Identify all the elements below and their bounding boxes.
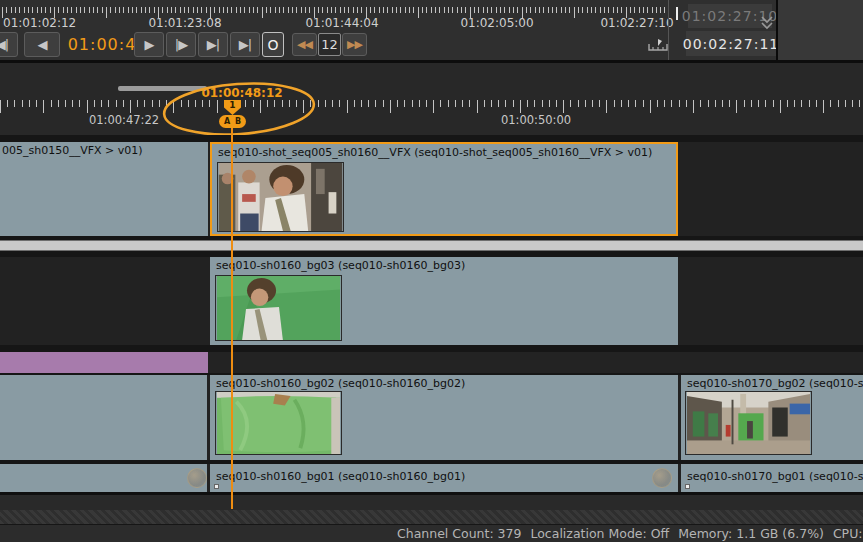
clip-label: seq010-sh0160_bg02 (seq010-sh0160_bg02) xyxy=(216,377,465,390)
horizontal-scrollbar[interactable] xyxy=(0,510,863,524)
step-back-icon: ◀| xyxy=(0,37,8,52)
clip-left-bg01[interactable] xyxy=(0,464,207,492)
clip-thumbnail xyxy=(217,162,344,232)
timeline-footer-area xyxy=(0,492,863,510)
status-bar: Channel Count: 379 Localization Mode: Of… xyxy=(0,524,863,542)
next-edit-button[interactable]: ▶| xyxy=(198,32,228,57)
top-bar: 01:01:02:12 01:01:23:08 01:01:44:04 01:0… xyxy=(0,0,863,60)
clip-label: seq010-sh0160_bg03 (seq010-sh0160_bg03) xyxy=(216,259,465,272)
frame-increment-field[interactable]: 12 xyxy=(318,33,341,56)
clip-label: seq010-shot_seq005_sh0160__VFX (seq010-s… xyxy=(218,146,652,159)
goto-end-button[interactable]: ▶| xyxy=(230,32,260,57)
overview-tick-label: 01:01:44:04 xyxy=(305,16,378,30)
view-range-bar[interactable] xyxy=(118,86,207,91)
nudge-forward-button[interactable]: ▶▶ xyxy=(342,33,367,56)
overview-tick-label: 01:02:27:10 xyxy=(600,16,673,30)
loop-mode-label: O xyxy=(267,37,278,53)
play-button[interactable]: ▶ xyxy=(134,32,164,57)
clip-label: 005_sh0150__VFX > v01) xyxy=(2,144,143,157)
clip-sh0160-vfx-selected[interactable]: seq010-shot_seq005_sh0160__VFX (seq010-s… xyxy=(210,142,678,236)
status-cpu: CPU: 102.1% xyxy=(833,526,863,541)
clip-thumbnail xyxy=(215,275,342,341)
in-marker-label: A xyxy=(224,117,230,126)
status-channel-count: Channel Count: 379 xyxy=(397,526,521,541)
next-edit-icon: ▶| xyxy=(207,37,219,52)
status-memory: Memory: 1.1 GB (6.7%) xyxy=(678,526,824,541)
ruler-tick-label: 01:00:50:00 xyxy=(501,113,571,127)
timeline-ruler[interactable] xyxy=(0,100,863,113)
separator xyxy=(0,135,863,142)
step-back-button[interactable]: ◀| xyxy=(0,32,18,57)
clip-label: seq010-sh0170_bg01 (seq010-sh01 xyxy=(687,470,863,483)
video-track-v2: seq010-sh0160_bg02 (seq010-sh0160_bg02) … xyxy=(0,375,863,460)
clip-left-bg02[interactable] xyxy=(0,375,207,460)
globe-icon xyxy=(187,468,207,488)
overview-tick-label: 01:01:02:12 xyxy=(3,16,76,30)
out-marker-label: B xyxy=(235,117,241,126)
overview-tick-label: 01:01:23:08 xyxy=(148,16,221,30)
clip-purple-collapsed[interactable] xyxy=(0,352,208,373)
nudge-back-icon: ◀◀ xyxy=(297,38,312,51)
clip-badge-icon xyxy=(214,484,219,489)
clip-sh0150-vfx[interactable]: 005_sh0150__VFX > v01) xyxy=(0,142,208,236)
nudge-forward-icon: ▶▶ xyxy=(347,38,362,51)
clip-badge-icon xyxy=(685,484,690,489)
ruler-tick-label: 01:00:47:22 xyxy=(89,113,159,127)
top-empty-area xyxy=(778,0,863,60)
video-track-v1: seq010-sh0160_bg01 (seq010-sh0160_bg01) … xyxy=(0,464,863,492)
playhead-timecode-label: 01:00:48:12 xyxy=(201,86,282,100)
clip-sh0160-bg03[interactable]: seq010-sh0160_bg03 (seq010-sh0160_bg03) xyxy=(210,257,678,345)
play-backward-icon: ◀ xyxy=(38,37,47,52)
clip-thumbnail xyxy=(215,391,342,455)
play-backward-button[interactable]: ◀ xyxy=(24,32,60,57)
clip-sh0160-bg02[interactable]: seq010-sh0160_bg02 (seq010-sh0160_bg02) xyxy=(210,375,678,460)
duration-ruler-icon xyxy=(647,36,669,53)
overview-tick-label: 01:02:05:00 xyxy=(460,16,533,30)
play-icon: ▶ xyxy=(145,37,154,52)
in-out-marker[interactable]: A B xyxy=(219,115,246,128)
duration-timecode-field[interactable]: 00:02:27:11 xyxy=(686,31,776,56)
clip-label: seq010-sh0170_bg02 (seq010-sh01 xyxy=(687,377,863,390)
clip-label: seq010-sh0160_bg01 (seq010-sh0160_bg01) xyxy=(216,470,465,483)
play-from-in-button[interactable]: |▶ xyxy=(166,32,196,57)
clip-sh0170-bg02[interactable]: seq010-sh0170_bg02 (seq010-sh01 xyxy=(681,375,863,460)
timeline-window: 01:01:02:12 01:01:23:08 01:01:44:04 01:0… xyxy=(0,0,863,542)
clip-sh0170-bg01[interactable]: seq010-sh0170_bg01 (seq010-sh01 xyxy=(681,464,863,492)
clip-thumbnail xyxy=(685,391,812,455)
separator xyxy=(0,345,863,352)
video-track-v3: seq010-sh0160_bg03 (seq010-sh0160_bg03) xyxy=(0,257,863,345)
playhead[interactable] xyxy=(231,128,233,509)
collapsed-track[interactable] xyxy=(0,240,863,251)
loop-mode-button[interactable]: O xyxy=(262,32,284,57)
globe-icon xyxy=(652,468,672,488)
nudge-back-button[interactable]: ◀◀ xyxy=(292,33,317,56)
status-localization-mode: Localization Mode: Off xyxy=(530,526,669,541)
video-track-v4: 005_sh0150__VFX > v01) seq010-shot_seq00… xyxy=(0,142,863,236)
goto-end-icon: ▶| xyxy=(239,37,251,52)
overview-end-cursor xyxy=(676,7,678,20)
clip-sh0160-bg01[interactable]: seq010-sh0160_bg01 (seq010-sh0160_bg01) xyxy=(210,464,678,492)
play-from-in-icon: |▶ xyxy=(175,37,187,52)
